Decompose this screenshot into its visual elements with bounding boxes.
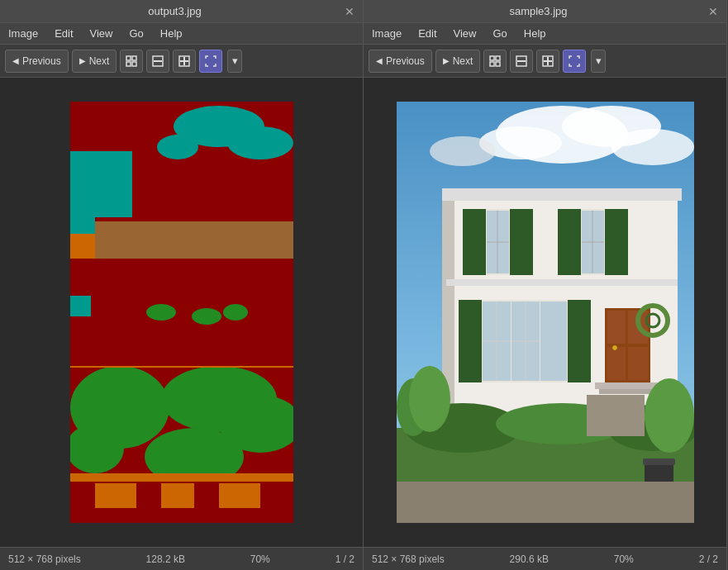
svg-rect-67 bbox=[605, 209, 628, 275]
status-bar-right: 512 × 768 pixels 290.6 kB 70% 2 / 2 bbox=[364, 547, 726, 570]
svg-point-88 bbox=[612, 345, 617, 350]
svg-rect-14 bbox=[70, 151, 132, 217]
menu-image-right[interactable]: Image bbox=[369, 26, 405, 41]
svg-rect-71 bbox=[446, 279, 678, 286]
svg-rect-3 bbox=[132, 62, 136, 66]
svg-point-13 bbox=[157, 135, 198, 159]
position-left: 1 / 2 bbox=[335, 553, 354, 565]
house-photo bbox=[397, 102, 694, 523]
window-right: sample3.jpg ✕ Image Edit View Go Help ◀ … bbox=[364, 0, 727, 570]
svg-rect-92 bbox=[599, 389, 657, 394]
close-button-right[interactable]: ✕ bbox=[707, 5, 720, 18]
svg-point-55 bbox=[430, 136, 496, 166]
next-label-right: Next bbox=[453, 55, 473, 67]
zoom-left: 70% bbox=[250, 553, 270, 565]
prev-button-right[interactable]: ◀ Previous bbox=[369, 50, 432, 73]
svg-rect-100 bbox=[643, 458, 675, 465]
next-button-right[interactable]: ▶ Next bbox=[435, 50, 481, 73]
title-bar-left: output3.jpg ✕ bbox=[0, 0, 363, 23]
menu-bar-right: Image Edit View Go Help bbox=[364, 23, 726, 45]
zoom-right: 70% bbox=[614, 553, 634, 565]
svg-rect-57 bbox=[442, 188, 682, 201]
position-right: 2 / 2 bbox=[699, 553, 718, 565]
fit-page-btn-left[interactable] bbox=[120, 50, 143, 73]
svg-rect-98 bbox=[587, 395, 645, 436]
svg-rect-73 bbox=[459, 300, 482, 382]
svg-point-39 bbox=[223, 304, 248, 321]
svg-rect-41 bbox=[490, 56, 494, 60]
prev-label-right: Previous bbox=[386, 55, 425, 67]
svg-rect-48 bbox=[547, 57, 549, 65]
menu-image-left[interactable]: Image bbox=[5, 26, 41, 41]
svg-rect-17 bbox=[95, 221, 293, 263]
svg-rect-4 bbox=[154, 60, 162, 62]
image-area-left[interactable] bbox=[0, 78, 363, 547]
menu-edit-right[interactable]: Edit bbox=[415, 26, 440, 41]
svg-point-37 bbox=[146, 304, 176, 321]
menu-go-right[interactable]: Go bbox=[490, 26, 511, 41]
toolbar-left: ◀ Previous ▶ Next ▾ bbox=[0, 45, 363, 78]
zoom-out-btn-left[interactable] bbox=[146, 50, 169, 73]
fullscreen-btn-left[interactable] bbox=[199, 50, 222, 73]
zoom-in-btn-left[interactable] bbox=[173, 50, 196, 73]
toolbar-dropdown-left[interactable]: ▾ bbox=[227, 50, 242, 73]
svg-rect-101 bbox=[397, 482, 694, 523]
menu-go-left[interactable]: Go bbox=[126, 26, 147, 41]
svg-rect-2 bbox=[126, 62, 131, 66]
svg-rect-60 bbox=[463, 209, 486, 275]
status-bar-left: 512 × 768 pixels 128.2 kB 70% 1 / 2 bbox=[0, 547, 363, 570]
svg-rect-34 bbox=[219, 483, 260, 508]
close-button-left[interactable]: ✕ bbox=[343, 5, 356, 18]
svg-rect-1 bbox=[132, 56, 136, 60]
svg-point-54 bbox=[611, 129, 694, 165]
menu-help-left[interactable]: Help bbox=[157, 26, 186, 41]
fullscreen-btn-right[interactable] bbox=[563, 50, 586, 73]
prev-arrow-icon-right: ◀ bbox=[376, 56, 383, 65]
svg-point-38 bbox=[192, 308, 221, 325]
menu-view-left[interactable]: View bbox=[87, 26, 117, 41]
zoom-in-btn-right[interactable] bbox=[536, 50, 559, 73]
filesize-left: 128.2 kB bbox=[146, 553, 185, 565]
svg-rect-45 bbox=[517, 60, 526, 62]
menu-help-right[interactable]: Help bbox=[521, 26, 550, 41]
svg-rect-85 bbox=[607, 347, 626, 380]
menu-view-right[interactable]: View bbox=[450, 26, 480, 41]
toolbar-right: ◀ Previous ▶ Next ▾ bbox=[364, 45, 726, 78]
svg-rect-66 bbox=[558, 209, 581, 275]
window-title-left: output3.jpg bbox=[7, 5, 343, 17]
svg-rect-42 bbox=[496, 56, 500, 60]
next-arrow-icon-right: ▶ bbox=[443, 56, 450, 65]
svg-rect-61 bbox=[510, 209, 533, 275]
svg-rect-32 bbox=[95, 483, 136, 508]
menu-bar-left: Image Edit View Go Help bbox=[0, 23, 363, 45]
next-label-left: Next bbox=[89, 55, 110, 67]
segmentation-image bbox=[70, 102, 293, 523]
filesize-right: 290.6 kB bbox=[510, 553, 549, 565]
svg-rect-0 bbox=[126, 56, 131, 60]
svg-rect-91 bbox=[595, 382, 661, 389]
svg-rect-36 bbox=[70, 259, 293, 366]
toolbar-dropdown-right[interactable]: ▾ bbox=[591, 50, 606, 73]
svg-rect-33 bbox=[161, 483, 194, 508]
title-bar-right: sample3.jpg ✕ bbox=[364, 0, 726, 23]
prev-button-left[interactable]: ◀ Previous bbox=[5, 50, 69, 73]
svg-rect-40 bbox=[70, 296, 91, 316]
dimensions-right: 512 × 768 pixels bbox=[372, 553, 445, 565]
next-arrow-icon-left: ▶ bbox=[79, 56, 86, 65]
window-left: output3.jpg ✕ Image Edit View Go Help ◀ … bbox=[0, 0, 364, 570]
prev-arrow-icon-left: ◀ bbox=[12, 56, 19, 65]
svg-rect-77 bbox=[540, 302, 567, 381]
menu-edit-left[interactable]: Edit bbox=[51, 26, 76, 41]
zoom-out-btn-right[interactable] bbox=[510, 50, 533, 73]
svg-rect-83 bbox=[607, 311, 626, 344]
svg-rect-74 bbox=[568, 300, 591, 382]
prev-label-left: Previous bbox=[22, 55, 61, 67]
image-area-right[interactable] bbox=[364, 78, 726, 547]
fit-page-btn-right[interactable] bbox=[483, 50, 507, 73]
svg-rect-86 bbox=[628, 347, 648, 380]
svg-rect-44 bbox=[496, 62, 500, 66]
svg-point-97 bbox=[645, 378, 694, 453]
svg-rect-7 bbox=[183, 57, 185, 65]
svg-point-12 bbox=[227, 126, 293, 159]
next-button-left[interactable]: ▶ Next bbox=[72, 50, 117, 73]
